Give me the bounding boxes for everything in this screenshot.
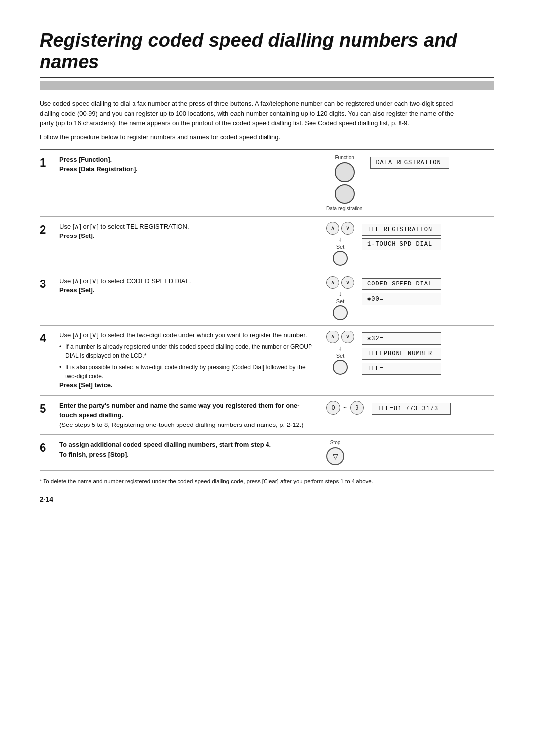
lcd-box: CODED SPEED DIAL (362, 278, 441, 290)
set-label: Set (336, 353, 345, 359)
gray-bar (40, 81, 494, 90)
num-0[interactable]: 0 (326, 401, 340, 415)
stop-button-col: Stop▽ (326, 440, 344, 465)
up-arrow-button[interactable]: ∧ (326, 331, 339, 343)
lcd-box: ✱32= (362, 332, 441, 345)
function-label: Function (335, 155, 354, 160)
step-row-3: 3Use [∧] or [∨] to select CODED SPEED DI… (40, 271, 494, 326)
set-label: Set (336, 298, 345, 304)
up-arrow-button[interactable]: ∧ (326, 222, 339, 235)
stop-button[interactable]: ▽ (326, 447, 344, 465)
step-line: Use [∧] or [∨] to select the two-digit c… (59, 331, 316, 340)
tilde-symbol: ~ (343, 404, 347, 412)
arrow-button-row: ∧∨ (326, 222, 354, 235)
step-content-3: Use [∧] or [∨] to select CODED SPEED DIA… (59, 276, 326, 295)
step-row-1: 1Press [Function].Press [Data Registrati… (40, 150, 494, 217)
step-right-5: 0 ~ 9TEL=81 773 3173_ (326, 401, 494, 415)
step-number-3: 3 (40, 276, 59, 291)
numpad-row: 0 ~ 9 (326, 401, 364, 415)
set-button[interactable] (333, 305, 348, 320)
step-line: It is also possible to select a two-digi… (59, 363, 316, 380)
lcd-display-col: TEL=81 773 3173_ (372, 401, 451, 415)
step-right-3: ∧∨↓SetCODED SPEED DIAL✱00= (326, 276, 494, 320)
step-number-1: 1 (40, 155, 59, 170)
function-button[interactable] (335, 162, 355, 182)
step-row-2: 2Use [∧] or [∨] to select TEL REGISTRATI… (40, 217, 494, 271)
set-button[interactable] (333, 360, 348, 375)
lcd-display-col: DATA REGSTRATION (370, 155, 449, 169)
lcd-box: DATA REGSTRATION (370, 157, 449, 169)
down-arrow-button[interactable]: ∨ (341, 222, 354, 235)
set-button[interactable] (333, 251, 348, 266)
step-content-1: Press [Function].Press [Data Registratio… (59, 155, 326, 174)
down-arrow-button[interactable]: ∨ (341, 276, 354, 289)
step-line: To assign additional coded speed diallin… (59, 440, 316, 450)
lcd-box: TEL=81 773 3173_ (372, 403, 451, 415)
step-row-5: 5Enter the party's number and name the s… (40, 396, 494, 435)
step-number-6: 6 (40, 440, 59, 455)
num-9[interactable]: 9 (350, 401, 364, 415)
step-line: If a number is already registered under … (59, 342, 316, 360)
step-content-2: Use [∧] or [∨] to select TEL REGISTRATIO… (59, 222, 326, 241)
lcd-box: 1-TOUCH SPD DIAL (362, 238, 441, 250)
arrow-col: ∧∨↓Set (326, 222, 354, 266)
steps-container: 1Press [Function].Press [Data Registrati… (40, 149, 494, 471)
step-line: Use [∧] or [∨] to select TEL REGISTRATIO… (59, 222, 316, 232)
lcd-box: TEL REGISTRATION (362, 224, 441, 236)
lcd-display-col: CODED SPEED DIAL✱00= (362, 276, 441, 305)
stop-label: Stop (330, 440, 341, 445)
data-registration-button[interactable] (335, 184, 355, 204)
down-arrow-indicator: ↓ (339, 236, 342, 243)
intro-text: Use coded speed dialling to dial a fax n… (40, 99, 465, 128)
step-content-4: Use [∧] or [∨] to select the two-digit c… (59, 331, 326, 390)
step-line: Press [Function]. (59, 155, 316, 165)
step-right-1: FunctionData registrationDATA REGSTRATIO… (326, 155, 494, 211)
step-number-2: 2 (40, 222, 59, 236)
step-content-6: To assign additional coded speed diallin… (59, 440, 326, 459)
down-arrow-indicator: ↓ (339, 344, 342, 352)
step-content-5: Enter the party's number and name the sa… (59, 401, 326, 430)
lcd-display-col: ✱32=TELEPHONE NUMBERTEL=_ (362, 331, 441, 375)
down-arrow-indicator: ↓ (339, 290, 342, 297)
step-number-4: 4 (40, 331, 59, 345)
set-label: Set (336, 244, 345, 250)
step-row-4: 4Use [∧] or [∨] to select the two-digit … (40, 326, 494, 396)
step-number-5: 5 (40, 401, 59, 416)
arrow-button-row: ∧∨ (326, 331, 354, 343)
step-line: Press [Set] twice. (59, 380, 316, 390)
step-right-4: ∧∨↓Set✱32=TELEPHONE NUMBERTEL=_ (326, 331, 494, 375)
step-row-6: 6To assign additional coded speed dialli… (40, 435, 494, 471)
step-line: (See steps 5 to 8, Registering one-touch… (59, 420, 316, 430)
arrow-col: ∧∨↓Set (326, 331, 354, 375)
step-line: Press [Set]. (59, 231, 316, 241)
footnote: * To delete the name and number register… (40, 477, 494, 486)
data-registration-label: Data registration (326, 206, 362, 211)
arrow-col: ∧∨↓Set (326, 276, 354, 320)
step-line: To finish, press [Stop]. (59, 450, 316, 460)
lcd-display-col: TEL REGISTRATION1-TOUCH SPD DIAL (362, 222, 441, 250)
up-arrow-button[interactable]: ∧ (326, 276, 339, 289)
step-line: Enter the party's number and name the sa… (59, 401, 316, 420)
down-arrow-button[interactable]: ∨ (341, 331, 354, 343)
page-title: Registering coded speed dialling numbers… (40, 30, 494, 78)
lcd-box: ✱00= (362, 293, 441, 305)
step-right-6: Stop▽ (326, 440, 494, 465)
lcd-box: TEL=_ (362, 363, 441, 375)
follow-text: Follow the procedure below to register n… (40, 133, 494, 141)
step-right-2: ∧∨↓SetTEL REGISTRATION1-TOUCH SPD DIAL (326, 222, 494, 266)
step-line: Press [Data Registration]. (59, 164, 316, 174)
step-line: Press [Set]. (59, 285, 316, 295)
page-number: 2-14 (40, 495, 494, 503)
lcd-box: TELEPHONE NUMBER (362, 348, 441, 360)
button-col: FunctionData registration (326, 155, 362, 211)
step-line: Use [∧] or [∨] to select CODED SPEED DIA… (59, 276, 316, 286)
arrow-button-row: ∧∨ (326, 276, 354, 289)
